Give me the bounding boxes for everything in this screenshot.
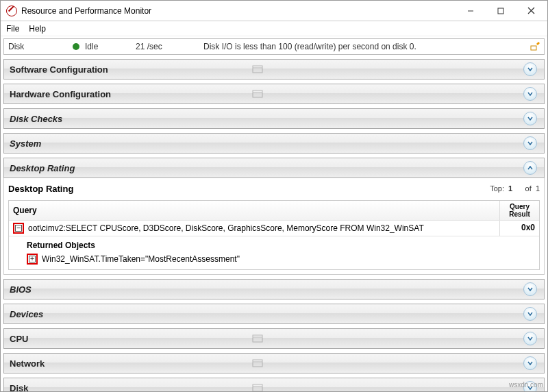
- status-rate: 21 /sec: [136, 42, 201, 51]
- section-disk[interactable]: Disk: [3, 378, 545, 392]
- titlebar: Resource and Performance Monitor: [1, 1, 547, 21]
- maximize-button[interactable]: [486, 1, 516, 21]
- svg-line-3: [528, 8, 534, 14]
- collapse-icon[interactable]: [523, 136, 537, 150]
- query-text: oot\cimv2:SELECT CPUScore, D3DScore, Dis…: [28, 223, 424, 233]
- expand-icon[interactable]: [523, 161, 537, 175]
- svg-rect-9: [253, 335, 262, 342]
- section-title: Disk Checks: [10, 114, 252, 124]
- section-desktop-rating-header[interactable]: Desktop Rating Desktop Rating Top: 1 of …: [3, 158, 545, 275]
- rating-top-info: Top: 1 of 1: [490, 184, 540, 193]
- svg-rect-5: [253, 66, 262, 73]
- section-title: Devices: [10, 309, 252, 319]
- returned-header: Returned Objects: [27, 238, 535, 252]
- collapse-icon[interactable]: [523, 332, 537, 345]
- svg-rect-1: [498, 8, 503, 14]
- query-header-row: Query Query Result: [9, 201, 539, 221]
- section-cpu[interactable]: CPU: [3, 328, 545, 349]
- svg-line-2: [528, 8, 534, 14]
- section-title: CPU: [10, 334, 252, 344]
- status-dot-icon: [73, 43, 79, 50]
- menubar: File Help: [1, 21, 547, 36]
- returned-item: Win32_WinSAT.TimeTaken="MostRecentAssess…: [42, 254, 240, 264]
- returned-objects-row: Returned Objects + Win32_WinSAT.TimeTake…: [9, 236, 539, 269]
- collapse-icon[interactable]: [523, 62, 537, 76]
- calendar-icon: [252, 65, 264, 73]
- top-value: 1: [508, 184, 512, 193]
- result-header: Query Result: [499, 201, 539, 220]
- svg-rect-13: [253, 384, 262, 391]
- section-disk-checks[interactable]: Disk Checks: [3, 108, 545, 129]
- window-buttons: [456, 1, 546, 21]
- status-message: Disk I/O is less than 100 (read/write) p…: [203, 42, 527, 51]
- desktop-rating-panel: Desktop Rating Top: 1 of 1 Query Query R…: [3, 178, 545, 275]
- rating-title: Desktop Rating: [8, 184, 490, 194]
- query-header: Query: [9, 201, 499, 220]
- section-title: Software Configuration: [10, 64, 252, 75]
- section-title: System: [10, 138, 252, 149]
- collapse-icon[interactable]: [523, 282, 537, 296]
- section-title: Disk: [10, 383, 252, 393]
- expand-tree-icon[interactable]: +: [27, 254, 38, 265]
- svg-rect-11: [253, 360, 262, 367]
- watermark: wsxdn.com: [509, 381, 543, 389]
- disk-status-row: Disk Idle 21 /sec Disk I/O is less than …: [3, 38, 545, 55]
- section-bios[interactable]: BIOS: [3, 279, 545, 299]
- calendar-icon: [252, 334, 264, 343]
- status-state: Idle: [85, 42, 133, 51]
- collapse-tree-icon[interactable]: −: [13, 223, 24, 234]
- svg-rect-4: [531, 46, 536, 50]
- collapse-icon[interactable]: [523, 356, 537, 370]
- edit-icon[interactable]: [530, 42, 540, 51]
- result-value: 0x0: [499, 221, 539, 236]
- section-devices[interactable]: Devices: [3, 304, 545, 324]
- svg-rect-7: [253, 90, 262, 97]
- window-title: Resource and Performance Monitor: [21, 6, 456, 16]
- calendar-icon: [252, 90, 264, 98]
- section-title: Hardware Configuration: [10, 89, 252, 99]
- of-value: 1: [536, 184, 540, 193]
- collapse-icon[interactable]: [523, 87, 537, 101]
- close-button[interactable]: [516, 1, 546, 21]
- menu-help[interactable]: Help: [29, 24, 46, 34]
- section-title: BIOS: [10, 284, 252, 295]
- section-title: Desktop Rating: [10, 163, 252, 173]
- top-label: Top:: [490, 184, 504, 193]
- status-label: Disk: [8, 42, 70, 51]
- menu-file[interactable]: File: [6, 24, 19, 34]
- query-table: Query Query Result − oot\cimv2:SELECT CP…: [8, 200, 540, 270]
- query-row: − oot\cimv2:SELECT CPUScore, D3DScore, D…: [9, 221, 539, 236]
- of-label: of: [525, 184, 532, 193]
- content-area: Disk Idle 21 /sec Disk I/O is less than …: [1, 36, 547, 392]
- section-title: Network: [10, 358, 252, 369]
- minimize-button[interactable]: [456, 1, 486, 21]
- section-network[interactable]: Network: [3, 353, 545, 373]
- collapse-icon[interactable]: [523, 307, 537, 321]
- collapse-icon[interactable]: [523, 112, 537, 125]
- calendar-icon: [252, 359, 264, 367]
- section-hardware[interactable]: Hardware Configuration: [3, 84, 545, 104]
- section-system[interactable]: System: [3, 133, 545, 154]
- rating-header: Desktop Rating Top: 1 of 1: [8, 181, 540, 196]
- calendar-icon: [252, 384, 264, 392]
- app-icon: [6, 5, 17, 16]
- section-software[interactable]: Software Configuration: [3, 59, 545, 79]
